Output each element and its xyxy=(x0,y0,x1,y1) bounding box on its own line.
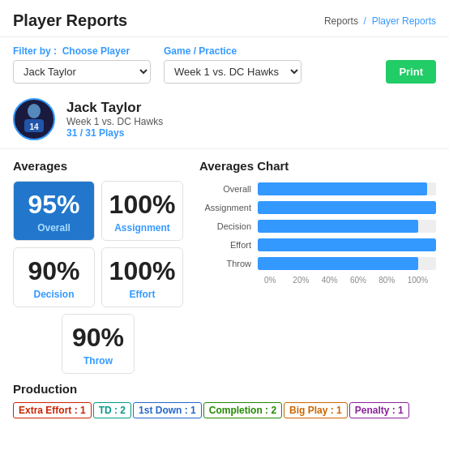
chart-section: Overall Assignment Decision Effort Throw xyxy=(199,181,436,270)
avg-value: 100% xyxy=(109,191,176,217)
chart-bar-label: Decision xyxy=(199,221,258,231)
avg-value: 90% xyxy=(28,258,79,284)
player-game: Week 1 vs. DC Hawks xyxy=(66,116,163,127)
chart-x-label: 20% xyxy=(293,276,321,285)
player-card: 14 Jack Taylor Week 1 vs. DC Hawks 31 / … xyxy=(0,90,449,149)
chart-bar-row: Effort xyxy=(199,238,436,251)
chart-x-label: 0% xyxy=(264,276,293,285)
chart-x-label: 100% xyxy=(408,276,436,285)
chart-bar-fill xyxy=(258,257,418,270)
chart-bar-row: Throw xyxy=(199,257,436,270)
avg-label: Overall xyxy=(37,222,71,234)
game-practice-group: Game / Practice Week 1 vs. DC Hawks xyxy=(164,45,301,84)
chart-title: Averages Chart xyxy=(199,159,436,173)
chart-bar-label: Assignment xyxy=(199,203,258,212)
averages-grid: 95% Overall100% Assignment90% Decision10… xyxy=(13,181,183,374)
breadcrumb-reports[interactable]: Reports xyxy=(324,15,358,27)
chart-bar-fill xyxy=(258,201,436,214)
avatar: 14 xyxy=(13,98,55,140)
player-info: Jack Taylor Week 1 vs. DC Hawks 31 / 31 … xyxy=(66,100,163,139)
production-badges: Extra Effort : 1TD : 21st Down : 1Comple… xyxy=(13,402,436,420)
avg-label: Decision xyxy=(33,289,74,300)
production-badge: 1st Down : 1 xyxy=(133,402,202,418)
production-badge: TD : 2 xyxy=(93,402,131,418)
avg-value: 100% xyxy=(109,258,176,284)
svg-point-0 xyxy=(28,104,41,118)
avg-label: Throw xyxy=(83,355,113,367)
chart-bar-fill xyxy=(258,238,436,251)
chart-bar-row: Assignment xyxy=(199,201,436,214)
header: Player Reports Reports / Player Reports xyxy=(0,0,449,37)
avg-card-effort: 100% Effort xyxy=(101,247,183,307)
filter-by-group: Filter by : Choose Player Jack Taylor xyxy=(13,45,151,84)
chart-bar-track xyxy=(258,257,436,270)
chart-bar-label: Effort xyxy=(199,240,258,250)
chart-bar-fill xyxy=(258,220,418,233)
chart-panel: Averages Chart Overall Assignment Decisi… xyxy=(199,159,436,374)
chart-x-label: 80% xyxy=(378,276,407,285)
filter-bar: Filter by : Choose Player Jack Taylor Ga… xyxy=(0,37,449,90)
avg-card-throw: 90% Throw xyxy=(62,314,135,374)
production-badge: Extra Effort : 1 xyxy=(13,402,92,418)
production-badge: Big Play : 1 xyxy=(284,402,348,418)
chart-bar-track xyxy=(258,220,436,233)
player-plays: 31 / 31 Plays xyxy=(66,127,163,139)
chart-bar-track xyxy=(258,201,436,214)
filter-by-label: Filter by : Choose Player xyxy=(13,45,151,57)
avg-value: 95% xyxy=(28,191,79,217)
game-practice-label: Game / Practice xyxy=(164,45,301,57)
game-select[interactable]: Week 1 vs. DC Hawks xyxy=(164,60,301,84)
chart-bar-label: Overall xyxy=(199,184,258,194)
production-badge: Completion : 2 xyxy=(203,402,282,418)
breadcrumb-current: Player Reports xyxy=(372,15,436,27)
averages-title: Averages xyxy=(13,159,183,173)
choose-player-label: Choose Player xyxy=(62,45,130,57)
chart-x-label: 60% xyxy=(350,276,378,285)
chart-x-label: 40% xyxy=(322,276,350,285)
chart-bar-row: Overall xyxy=(199,182,436,195)
svg-text:14: 14 xyxy=(29,122,39,131)
avg-value: 90% xyxy=(72,324,124,350)
main-content: Averages 95% Overall100% Assignment90% D… xyxy=(0,149,449,374)
chart-bar-label: Throw xyxy=(199,259,258,268)
avg-card-assignment: 100% Assignment xyxy=(101,181,183,241)
breadcrumb: Reports / Player Reports xyxy=(324,15,436,27)
production-badge: Penalty : 1 xyxy=(349,402,409,418)
avg-label: Effort xyxy=(130,289,156,300)
page-title: Player Reports xyxy=(13,11,127,30)
production-section: Production Extra Effort : 1TD : 21st Dow… xyxy=(0,374,449,428)
chart-bar-track xyxy=(258,182,436,195)
avg-card-decision: 90% Decision xyxy=(13,247,95,307)
player-select[interactable]: Jack Taylor xyxy=(13,60,151,84)
averages-panel: Averages 95% Overall100% Assignment90% D… xyxy=(13,159,183,374)
print-button[interactable]: Print xyxy=(386,60,436,84)
chart-bar-row: Decision xyxy=(199,220,436,233)
chart-bar-track xyxy=(258,238,436,251)
chart-bar-fill xyxy=(258,182,427,195)
avg-label: Assignment xyxy=(114,222,170,234)
production-title: Production xyxy=(13,382,436,396)
chart-x-axis: 0%20%40%60%80%100% xyxy=(264,276,436,285)
avg-card-overall: 95% Overall xyxy=(13,181,95,241)
player-name: Jack Taylor xyxy=(66,100,163,116)
